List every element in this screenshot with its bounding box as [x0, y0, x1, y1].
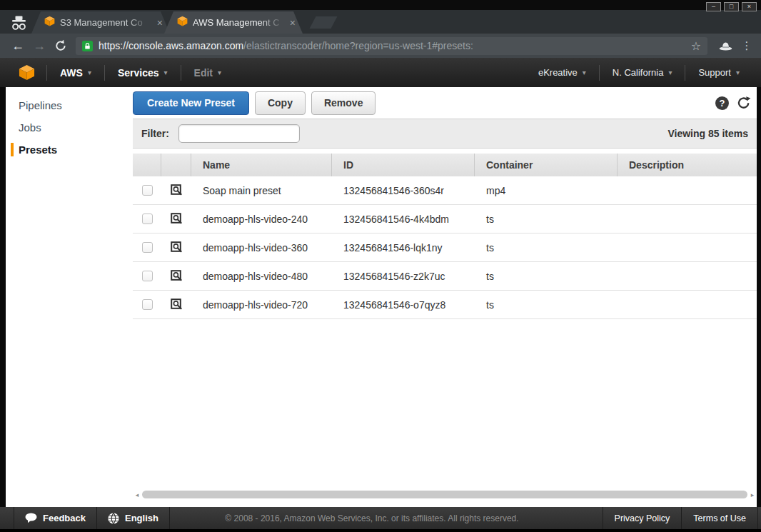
preset-name: Soap main preset	[191, 185, 332, 196]
back-button[interactable]: ←	[7, 35, 29, 56]
row-checkbox[interactable]	[142, 214, 153, 224]
tab-label: S3 Management Co	[60, 17, 153, 28]
preset-id: 132456841546-o7qyz8	[332, 299, 475, 311]
preview-magnifier-icon[interactable]	[171, 298, 183, 311]
preview-magnifier-icon[interactable]	[171, 213, 183, 225]
feedback-button[interactable]: Feedback	[14, 507, 97, 529]
table-row: demoapp-hls-video-240 132456841546-4k4bd…	[133, 205, 757, 234]
browser-urlbar: ← → https://console.aws.amazon.com /elas…	[0, 34, 761, 58]
sidebar-item-jobs[interactable]: Jobs	[6, 116, 133, 139]
aws-navbar: AWS ▾ Services ▾ Edit ▾ eKreative ▾ N. C…	[0, 58, 761, 87]
preset-id: 132456841546-lqk1ny	[332, 242, 475, 254]
content-whitespace	[133, 319, 757, 489]
column-header-container[interactable]: Container	[475, 154, 618, 176]
preview-magnifier-icon[interactable]	[171, 184, 183, 196]
preview-magnifier-icon[interactable]	[171, 241, 183, 254]
column-header-name[interactable]: Name	[191, 154, 332, 176]
preset-id: 132456841546-z2k7uc	[332, 271, 475, 282]
aws-footer: © 2008 - 2016, Amazon Web Services, Inc.…	[0, 507, 761, 529]
preview-magnifier-icon[interactable]	[171, 270, 183, 282]
preset-name: demoapp-hls-video-360	[191, 242, 332, 254]
sidebar-item-presets[interactable]: Presets	[6, 139, 133, 161]
scrollbar-thumb[interactable]	[142, 491, 747, 498]
scroll-left-icon[interactable]: ◂	[134, 491, 140, 498]
tab-close-icon[interactable]: ×	[290, 17, 296, 29]
create-new-preset-button[interactable]: Create New Preset	[133, 91, 249, 115]
navbar-divider	[46, 65, 47, 81]
nav-menu-aws[interactable]: AWS ▾	[50, 67, 101, 79]
filter-bar: Filter: Viewing 85 items	[133, 119, 757, 149]
language-button[interactable]: English	[97, 507, 170, 529]
table-row: Soap main preset 132456841546-360s4r mp4	[133, 176, 757, 205]
nav-menu-label: AWS	[60, 67, 83, 79]
select-all-column	[133, 154, 161, 176]
bookmark-star-icon[interactable]: ☆	[691, 39, 701, 53]
window-edge	[0, 529, 761, 532]
tab-s3-management[interactable]: S3 Management Co ×	[31, 11, 170, 34]
nav-menu-account[interactable]: eKreative ▾	[528, 67, 596, 78]
forward-button[interactable]: →	[29, 35, 50, 56]
chevron-down-icon: ▾	[736, 69, 740, 76]
filter-label: Filter:	[141, 128, 169, 139]
row-checkbox[interactable]	[142, 242, 153, 253]
close-button[interactable]: ×	[742, 2, 757, 11]
minimize-button[interactable]: –	[706, 2, 721, 11]
reload-button[interactable]	[50, 39, 71, 52]
table-row: demoapp-hls-video-720 132456841546-o7qyz…	[133, 291, 757, 319]
refresh-icon[interactable]	[737, 96, 751, 109]
main-area: Pipelines Jobs Presets Create New Preset…	[0, 87, 761, 507]
column-header-id[interactable]: ID	[332, 154, 475, 176]
tab-close-icon[interactable]: ×	[157, 17, 163, 29]
content-panel: Create New Preset Copy Remove ? Filter:	[133, 87, 757, 507]
nav-menu-label: Support	[698, 67, 731, 78]
preset-container: ts	[475, 214, 618, 225]
maximize-button[interactable]: □	[724, 2, 739, 11]
terms-of-use-link[interactable]: Terms of Use	[681, 507, 758, 529]
help-icon[interactable]: ?	[715, 96, 729, 110]
preset-container: ts	[475, 271, 618, 282]
horizontal-scrollbar: ◂ ▸	[134, 489, 755, 500]
filter-input[interactable]	[178, 124, 300, 143]
url-path: /elastictranscoder/home?region=us-west-1…	[243, 40, 685, 51]
navbar-divider	[104, 65, 105, 81]
table-header: Name ID Container Description	[133, 154, 757, 176]
window-controls: – □ ×	[706, 2, 757, 11]
preset-container: ts	[475, 299, 618, 311]
preset-name: demoapp-hls-video-720	[191, 299, 332, 311]
nav-menu-services[interactable]: Services ▾	[108, 67, 178, 79]
nav-menu-label: N. California	[613, 67, 664, 78]
url-host: https://console.aws.amazon.com	[99, 40, 243, 51]
window-edge	[0, 87, 6, 507]
remove-button[interactable]: Remove	[311, 91, 376, 115]
aws-logo-icon[interactable]	[19, 64, 35, 81]
navbar-divider	[685, 65, 685, 81]
window-edge	[757, 87, 761, 507]
copy-button[interactable]: Copy	[255, 91, 306, 115]
globe-icon	[108, 513, 119, 524]
preset-name: demoapp-hls-video-240	[191, 214, 332, 225]
scroll-right-icon[interactable]: ▸	[750, 491, 755, 498]
nav-menu-support[interactable]: Support ▾	[688, 67, 750, 78]
nav-menu-edit[interactable]: Edit ▾	[184, 67, 231, 79]
viewing-count: Viewing 85 items	[667, 128, 748, 139]
row-checkbox[interactable]	[142, 299, 153, 310]
browser-menu-icon[interactable]: ⋮	[740, 39, 754, 52]
browser-window: – □ × S3 Management Co	[0, 0, 761, 532]
incognito-hat-icon	[719, 41, 732, 51]
row-checkbox[interactable]	[142, 271, 153, 281]
nav-menu-region[interactable]: N. California ▾	[603, 67, 682, 78]
new-tab-button[interactable]	[309, 16, 337, 29]
column-header-description[interactable]: Description	[618, 154, 757, 176]
row-checkbox[interactable]	[142, 185, 153, 196]
preset-id: 132456841546-360s4r	[332, 185, 475, 196]
chevron-down-icon: ▾	[218, 69, 221, 76]
incognito-icon	[6, 15, 31, 31]
preset-container: ts	[475, 242, 618, 254]
nav-menu-label: eKreative	[538, 67, 578, 78]
browser-tabbar: S3 Management Co × AWS Management C ×	[0, 10, 761, 34]
tab-aws-management[interactable]: AWS Management C ×	[164, 11, 303, 34]
privacy-policy-link[interactable]: Privacy Policy	[603, 507, 682, 529]
preset-id: 132456841546-4k4bdm	[332, 214, 475, 225]
address-bar[interactable]: https://console.aws.amazon.com /elastict…	[76, 37, 707, 55]
sidebar-item-pipelines[interactable]: Pipelines	[6, 94, 133, 116]
